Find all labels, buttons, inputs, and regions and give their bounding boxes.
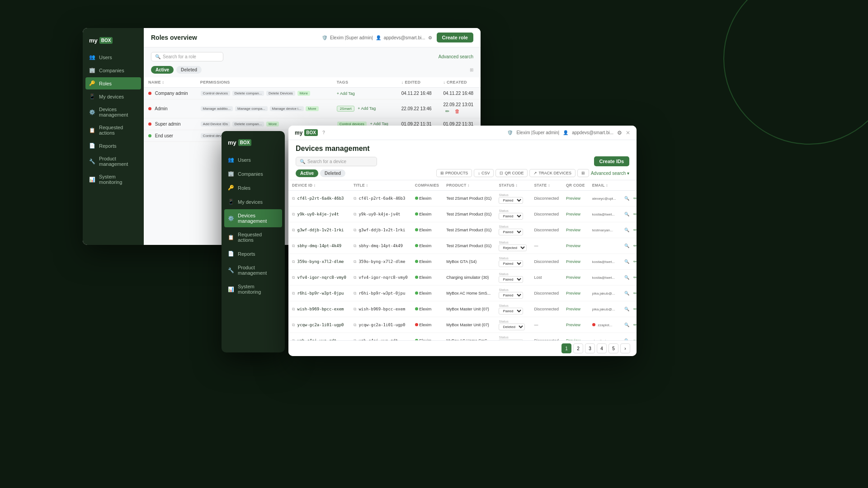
sidebar-item-requested[interactable]: 📋 Requested actions — [83, 122, 144, 139]
sidebar2-item-product-mgmt[interactable]: 🔧 Product management — [222, 261, 285, 279]
roles-search-box[interactable]: 🔍 Search for a role — [151, 52, 223, 61]
qrcode-button[interactable]: ⊡ QR CODE — [495, 169, 528, 177]
tab-active-roles[interactable]: Active — [151, 66, 174, 74]
settings-icon-1[interactable]: ⚙ — [428, 35, 432, 40]
copy-title-icon[interactable]: ⧉ — [354, 196, 356, 201]
search-row-btn[interactable]: 🔍 — [623, 226, 631, 234]
devices-search-box[interactable]: 🔍 Search for a device — [296, 157, 377, 166]
status-select[interactable]: Paired — [499, 308, 523, 314]
add-tag-link[interactable]: + Add Tag — [358, 106, 376, 111]
search-row-btn[interactable]: 🔍 — [623, 211, 631, 218]
edit-row-btn[interactable]: ✏ — [632, 274, 637, 281]
status-select[interactable]: Paired — [499, 213, 523, 220]
search-row-btn[interactable]: 🔍 — [623, 290, 631, 297]
sidebar2-item-companies[interactable]: 🏢 Companies — [222, 167, 285, 180]
page-4-btn[interactable]: 4 — [597, 343, 607, 353]
sidebar-item-users[interactable]: 👥 Users — [83, 51, 144, 63]
search-row-btn[interactable]: 🔍 — [623, 274, 631, 281]
status-select[interactable]: Paired — [499, 260, 523, 267]
copy-title-icon[interactable]: ⧉ — [354, 228, 356, 232]
preview-link[interactable]: Preview — [566, 259, 580, 264]
copy-icon[interactable]: ⧉ — [292, 307, 295, 311]
settings-icon-3[interactable]: ⚙ — [617, 130, 622, 136]
edit-row-btn[interactable]: ✏ — [632, 337, 637, 340]
sidebar2-item-my-devices[interactable]: 📱 My devices — [222, 195, 285, 208]
sidebar2-item-system-monitoring[interactable]: 📊 System monitoring — [222, 280, 285, 298]
preview-link[interactable]: Preview — [566, 212, 580, 216]
page-1-btn[interactable]: 1 — [561, 343, 571, 353]
create-role-button[interactable]: Create role — [437, 33, 473, 42]
status-select[interactable]: Paired — [499, 276, 523, 283]
close-icon-3[interactable]: ✕ — [626, 130, 630, 136]
sidebar2-item-users[interactable]: 👥 Users — [222, 153, 285, 166]
copy-icon[interactable]: ⧉ — [292, 323, 295, 327]
sidebar-item-devices-mgmt[interactable]: ⚙️ Devices management — [83, 103, 144, 121]
copy-title-icon[interactable]: ⧉ — [354, 275, 356, 280]
edit-button[interactable]: ✏ — [443, 107, 451, 115]
edit-row-btn[interactable]: ✏ — [632, 305, 637, 313]
search-row-btn[interactable]: 🔍 — [623, 242, 631, 249]
preview-link[interactable]: Preview — [566, 323, 580, 327]
edit-row-btn[interactable]: ✏ — [632, 226, 637, 234]
tab-active-devices[interactable]: Active — [296, 169, 318, 177]
status-select[interactable]: Paired — [499, 197, 523, 204]
edit-row-btn[interactable]: ✏ — [632, 258, 637, 265]
add-tag-link[interactable]: + Add Tag — [337, 91, 355, 96]
copy-title-icon[interactable]: ⧉ — [354, 307, 356, 311]
search-row-btn[interactable]: 🔍 — [623, 305, 631, 313]
copy-icon[interactable]: ⧉ — [292, 291, 295, 296]
sidebar2-item-roles[interactable]: 🔑 Roles — [222, 181, 285, 194]
products-button[interactable]: ⊞ PRODUCTS — [436, 169, 472, 177]
copy-icon[interactable]: ⧉ — [292, 244, 295, 248]
search-row-btn[interactable]: 🔍 — [623, 337, 631, 340]
copy-title-icon[interactable]: ⧉ — [354, 259, 356, 264]
preview-link[interactable]: Preview — [566, 196, 580, 201]
edit-row-btn[interactable]: ✏ — [632, 321, 637, 328]
sidebar-item-product-mgmt[interactable]: 🔧 Product management — [83, 153, 144, 170]
advanced-search-link-devices[interactable]: Advanced search ▾ — [591, 171, 629, 176]
status-select[interactable]: Deleted — [499, 324, 525, 330]
sidebar-item-roles[interactable]: 🔑 Roles — [85, 77, 141, 89]
tab-deleted-roles[interactable]: Deleted — [176, 66, 202, 74]
copy-title-icon[interactable]: ⧉ — [354, 291, 356, 296]
copy-title-icon[interactable]: ⧉ — [354, 323, 356, 327]
copy-icon[interactable]: ⧉ — [292, 275, 295, 280]
create-ids-button[interactable]: Create IDs — [594, 156, 629, 166]
status-select[interactable]: Paired — [499, 229, 523, 235]
csv-button[interactable]: ↓ CSV — [474, 169, 494, 177]
preview-link[interactable]: Preview — [566, 291, 580, 296]
advanced-search-link-roles[interactable]: Advanced search — [439, 54, 473, 59]
next-page-btn[interactable]: › — [620, 343, 630, 353]
view-toggle-button[interactable]: ⊞ — [577, 169, 589, 177]
sidebar2-item-requested[interactable]: 📋 Requested actions — [222, 228, 285, 246]
page-5-btn[interactable]: 5 — [609, 343, 618, 353]
preview-link[interactable]: Preview — [566, 307, 580, 311]
page-3-btn[interactable]: 3 — [585, 343, 595, 353]
copy-title-icon[interactable]: ⧉ — [354, 244, 356, 248]
copy-icon[interactable]: ⧉ — [292, 259, 295, 264]
sidebar-item-companies[interactable]: 🏢 Companies — [83, 64, 144, 76]
copy-icon[interactable]: ⧉ — [292, 196, 295, 201]
preview-link[interactable]: Preview — [566, 275, 580, 280]
copy-icon[interactable]: ⧉ — [292, 228, 295, 232]
preview-link[interactable]: Preview — [566, 244, 580, 248]
sidebar-item-system-monitoring[interactable]: 📊 System monitoring — [83, 171, 144, 188]
search-row-btn[interactable]: 🔍 — [623, 321, 631, 328]
status-select[interactable]: Paired — [499, 292, 523, 299]
preview-link[interactable]: Preview — [566, 228, 580, 232]
copy-title-icon[interactable]: ⧉ — [354, 212, 356, 216]
copy-icon[interactable]: ⧉ — [292, 212, 295, 216]
tab-deleted-devices[interactable]: Deleted — [320, 169, 345, 177]
edit-row-btn[interactable]: ✏ — [632, 242, 637, 249]
page-2-btn[interactable]: 2 — [573, 343, 583, 353]
view-toggle-icon[interactable]: ⊞ — [470, 67, 473, 72]
track-devices-button[interactable]: ↗ TRACK DEVICES — [529, 169, 576, 177]
search-row-btn[interactable]: 🔍 — [623, 195, 631, 202]
edit-row-btn[interactable]: ✏ — [632, 290, 637, 297]
sidebar-item-reports[interactable]: 📄 Reports — [83, 140, 144, 152]
edit-row-btn[interactable]: ✏ — [632, 211, 637, 218]
delete-button[interactable]: 🗑 — [453, 107, 461, 115]
search-row-btn[interactable]: 🔍 — [623, 258, 631, 265]
status-select[interactable]: Rejected — [499, 244, 527, 251]
edit-row-btn[interactable]: ✏ — [632, 195, 637, 202]
